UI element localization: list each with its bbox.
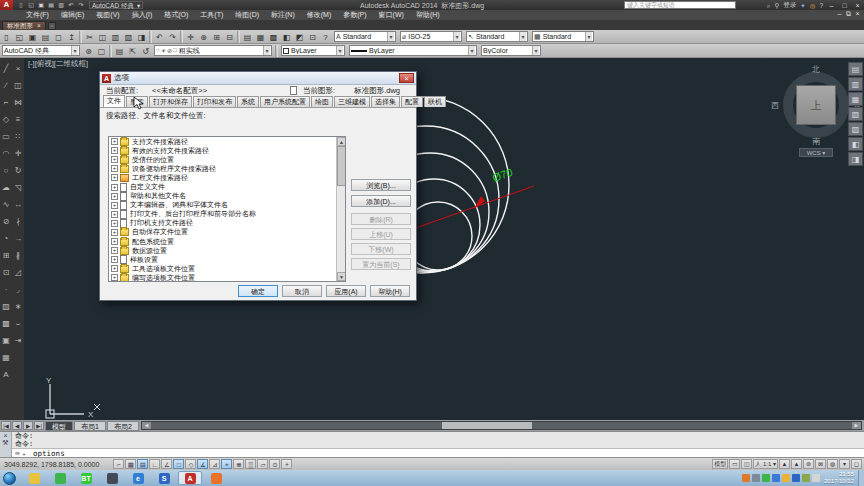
close-button[interactable]: × [853,2,862,10]
help-menu-icon[interactable]: ? [819,2,823,9]
layout-tab-布局2[interactable]: 布局2 [107,421,139,431]
trim-icon[interactable]: ∤ [13,213,24,230]
menu-绘图D[interactable]: 绘图(D) [229,10,265,20]
command-close-icon[interactable]: × [3,432,7,439]
expand-icon[interactable]: + [111,174,118,181]
infer-constraints-toggle[interactable]: ⌐ [113,459,124,469]
tab-系统[interactable]: 系统 [237,96,259,107]
explode-icon[interactable]: ∗ [13,298,24,315]
last-layout-icon[interactable]: ▶| [34,421,44,430]
markup-set-manager-button[interactable]: ◩ [294,31,306,43]
line-icon[interactable]: ╱ [1,60,12,77]
menu-插入I[interactable]: 插入(I) [126,10,159,20]
object-snap-toggle[interactable]: □ [173,459,184,469]
help-search-input[interactable]: 键入关键字或短语 [624,1,736,9]
remove-crease-icon[interactable]: ◧ [848,137,863,151]
open-button[interactable]: ◱ [14,31,26,43]
layer-combo[interactable]: ○☀⊘□ 粗实线 ▾ [154,45,272,56]
snap-mode-toggle[interactable]: ▦ [125,459,136,469]
object-snap-tracking-toggle[interactable]: ∡ [197,459,208,469]
annotation-visibility-button[interactable]: ▲ [779,459,790,469]
save-icon[interactable]: ▣ [37,1,45,9]
hatch-icon[interactable]: ▨ [1,298,12,315]
tray-icon-7[interactable] [802,474,810,482]
coordinates-readout[interactable]: 3049.8292, 1798.8185, 0.0000 [4,461,99,468]
menu-参数P[interactable]: 参数(P) [337,10,372,20]
extrude-face-icon[interactable]: ◨ [848,152,863,166]
mesh-smooth-more-icon[interactable]: ▥ [848,77,863,91]
match-properties-button[interactable]: ▧ [123,31,135,43]
new-file-tab-button[interactable]: ▫ [48,22,56,30]
bt-app[interactable]: BT [74,471,98,485]
scroll-right-icon[interactable]: ▶ [852,422,861,429]
table-icon[interactable]: ▦ [1,349,12,366]
selection-cycling-toggle[interactable]: ⊙ [269,459,280,469]
quickcalc-button[interactable]: ⊡ [307,31,319,43]
undo-button[interactable]: ↶ [154,31,166,43]
dialog-button-取消[interactable]: 取消 [282,285,322,297]
expand-icon[interactable]: + [111,138,118,145]
grid-display-toggle[interactable]: ▤ [137,459,148,469]
clean-screen-button[interactable]: ◻ [851,459,862,469]
new-icon[interactable]: ▯ [17,1,25,9]
side-button-2[interactable]: 添加(D)... [351,195,411,207]
firefox-app[interactable] [204,471,228,485]
taskbar-clock[interactable]: 21:55 2017/10/12 [824,471,854,485]
doc-restore-button[interactable]: ⧉ [844,10,853,18]
tray-icon-3[interactable] [762,474,770,482]
tab-打印和发布[interactable]: 打印和发布 [193,96,236,107]
ellipse-icon[interactable]: ⊘ [1,213,12,230]
construction-line-icon[interactable]: ∕ [1,77,12,94]
expand-icon[interactable]: + [111,274,118,281]
zoom-realtime-button[interactable]: ⊕ [198,31,210,43]
viewcube-top-face[interactable]: 上 [796,85,836,125]
expand-icon[interactable]: + [111,202,118,209]
publish-button[interactable]: ↥ [66,31,78,43]
tray-icon-8[interactable] [812,474,820,482]
properties-button[interactable]: ▤ [242,31,254,43]
quick-properties-toggle[interactable]: ▱ [257,459,268,469]
spline-icon[interactable]: ∿ [1,196,12,213]
expand-icon[interactable]: + [111,256,118,263]
mirror-icon[interactable]: ⋈ [13,94,24,111]
scroll-down-icon[interactable]: ▼ [337,272,346,281]
tab-联机[interactable]: 联机 [424,96,446,107]
show-desktop-button[interactable] [858,470,864,486]
text-style-combo[interactable]: AStandard▾ [334,31,396,42]
region-icon[interactable]: ▣ [1,332,12,349]
table-style-combo[interactable]: ▦Standard▾ [532,31,594,42]
viewcube-north-label[interactable]: 北 [812,64,820,75]
workspace-switch-combo[interactable]: AutoCAD 经典 ▾ [2,45,80,56]
extend-icon[interactable]: → [13,230,24,247]
tray-icon-1[interactable] [742,474,750,482]
join-icon[interactable]: ⌣ [13,315,24,332]
make-block-icon[interactable]: ⊡ [1,264,12,281]
mleader-style-combo[interactable]: ↖Standard▾ [466,31,528,42]
communication-icon[interactable]: ◎ [810,2,816,10]
plot-button[interactable]: ▤ [40,31,52,43]
saveas-icon[interactable]: ▤ [47,1,55,9]
horizontal-scrollbar[interactable]: ◀ ▶ [141,421,862,430]
plot-preview-button[interactable]: ◻ [53,31,65,43]
tray-icon-5[interactable] [782,474,790,482]
tray-icon-2[interactable] [752,474,760,482]
dialog-title-bar[interactable]: A 选项 × [100,72,416,85]
tab-选择集[interactable]: 选择集 [371,96,400,107]
copy-button[interactable]: ◫ [97,31,109,43]
menu-文件F[interactable]: 文件(F) [20,10,55,20]
quick-view-drawings-button[interactable]: ◫ [741,459,752,469]
menu-帮助H[interactable]: 帮助(H) [410,10,446,20]
scroll-left-icon[interactable]: ◀ [142,422,151,429]
circle-icon[interactable]: ○ [1,162,12,179]
color-combo[interactable]: ByLayer ▾ [281,45,345,56]
next-layout-icon[interactable]: ▶ [23,421,33,430]
move-icon[interactable]: ✛ [13,145,24,162]
insert-block-icon[interactable]: ⊞ [1,247,12,264]
expand-icon[interactable]: + [111,247,118,254]
expand-icon[interactable]: + [111,184,118,191]
tree-item[interactable]: +编写选项板文件位置 [109,273,345,282]
hscrollbar-thumb[interactable] [442,422,532,429]
make-layer-current-icon[interactable]: ⇱ [127,45,139,57]
stretch-icon[interactable]: ↔ [13,196,24,213]
scroll-up-icon[interactable]: ▲ [337,137,346,146]
